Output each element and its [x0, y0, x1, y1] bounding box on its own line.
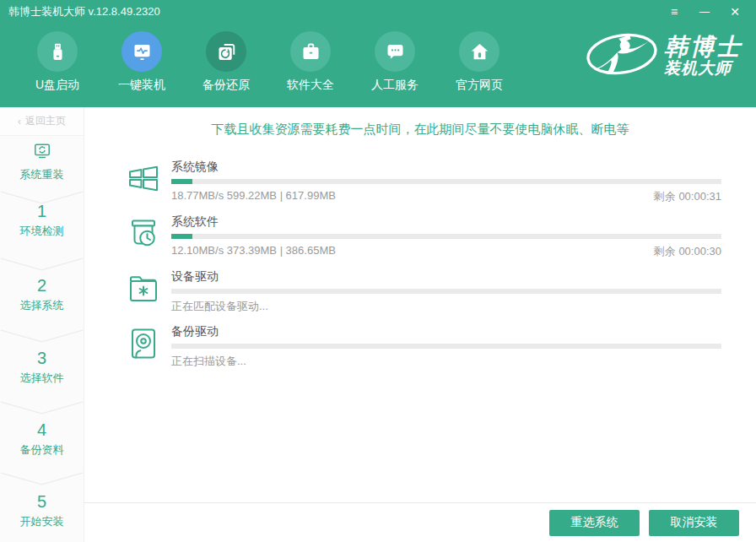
sidebar-item-system-reinstall[interactable]: 系统重装	[0, 141, 84, 182]
notice-text: 下载且收集资源需要耗费一点时间，在此期间尽量不要使电脑休眠、断电等	[84, 122, 756, 138]
task-row-backup-driver: 备份驱动 正在扫描设备...	[125, 324, 721, 369]
task-time-remaining: 剩余 00:00:30	[654, 244, 721, 259]
sidebar: ‹ 返回主页 系统重装 1 环境检测	[0, 107, 84, 542]
nav-item-label: U盘启动	[35, 78, 79, 93]
reinstall-monitor-icon	[0, 141, 84, 165]
nav-item-usb-boot[interactable]: U盘启动	[15, 24, 100, 93]
task-status: 正在扫描设备...	[171, 354, 246, 369]
task-name: 系统软件	[171, 214, 721, 230]
brand-logo-text: 韩博士 装机大师	[664, 35, 742, 78]
chat-bubble-icon	[375, 31, 415, 72]
task-row-system-image: 系统镜像 18.77MB/s 599.22MB | 617.99MB 剩余 00…	[125, 160, 721, 204]
footer-bar: 重选系统 取消安装	[84, 502, 756, 542]
backup-disk-icon	[125, 325, 162, 362]
step-number: 4	[0, 420, 84, 440]
usb-icon	[37, 31, 78, 72]
menu-icon[interactable]: ≡	[662, 3, 687, 21]
step-3-choose-software: 3 选择软件	[0, 349, 84, 386]
download-task-list: 系统镜像 18.77MB/s 599.22MB | 617.99MB 剩余 00…	[125, 160, 721, 379]
nav-item-live-support[interactable]: 人工服务	[353, 24, 437, 93]
step-label: 开始安装	[0, 514, 84, 529]
progress-bar	[171, 289, 721, 294]
task-time-remaining: 剩余 00:00:31	[654, 189, 721, 204]
app-window: 韩博士装机大师 v.12.8.49.2320 ≡ — ✕ U盘启动	[0, 0, 756, 542]
step-1-environment-check: 1 环境检测	[0, 202, 84, 239]
nav-header: U盘启动 一键装机	[0, 24, 756, 107]
chevron-left-icon: ‹	[18, 116, 21, 127]
reselect-system-button[interactable]: 重选系统	[549, 510, 640, 536]
step-5-start-install: 5 开始安装	[0, 492, 84, 529]
nav-item-label: 人工服务	[371, 78, 418, 93]
back-home-button[interactable]: ‹ 返回主页	[0, 107, 84, 136]
progress-fill	[171, 234, 192, 239]
hanboshi-logo-icon	[585, 30, 659, 82]
task-speed-size: 12.10MB/s 373.39MB | 386.65MB	[171, 244, 336, 259]
nav-item-label: 官方网页	[456, 78, 503, 93]
home-icon	[459, 31, 500, 72]
step-number: 3	[0, 349, 84, 368]
backup-restore-icon	[206, 31, 246, 72]
main-panel: 下载且收集资源需要耗费一点时间，在此期间尽量不要使电脑休眠、断电等 系统镜像	[84, 107, 756, 542]
brand-name: 韩博士	[664, 35, 742, 60]
package-clock-icon	[125, 215, 162, 252]
minimize-button[interactable]: —	[692, 3, 717, 21]
task-row-system-software: 系统软件 12.10MB/s 373.39MB | 386.65MB 剩余 00…	[125, 214, 721, 259]
brand-logo: 韩博士 装机大师	[585, 30, 742, 82]
nav-item-label: 一键装机	[118, 78, 165, 93]
step-label: 选择系统	[0, 298, 84, 313]
progress-fill	[171, 179, 192, 184]
step-label: 环境检测	[0, 224, 84, 239]
task-name: 设备驱动	[171, 269, 721, 285]
windows-logo-icon	[125, 160, 162, 198]
nav-item-backup-restore[interactable]: 备份还原	[184, 24, 268, 93]
task-row-device-driver: 设备驱动 正在匹配设备驱动...	[125, 269, 721, 314]
progress-bar	[171, 234, 721, 239]
titlebar: 韩博士装机大师 v.12.8.49.2320 ≡ — ✕	[0, 0, 756, 24]
step-number: 2	[0, 276, 84, 295]
task-status: 正在匹配设备驱动...	[171, 299, 268, 314]
window-controls: ≡ — ✕	[662, 3, 748, 21]
chevron-separator	[0, 472, 84, 485]
nav-item-software-center[interactable]: 软件大全	[268, 24, 353, 93]
task-name: 系统镜像	[171, 160, 721, 175]
progress-bar	[171, 179, 721, 184]
step-4-backup-data: 4 备份资料	[0, 420, 84, 458]
back-home-label: 返回主页	[25, 114, 66, 128]
nav-item-official-website[interactable]: 官方网页	[437, 24, 521, 93]
brand-subtitle: 装机大师	[664, 60, 742, 78]
nav-item-one-key-install[interactable]: 一键装机	[100, 24, 184, 93]
nav-item-label: 软件大全	[287, 78, 334, 93]
step-number: 5	[0, 492, 84, 512]
window-title: 韩博士装机大师 v.12.8.49.2320	[8, 4, 160, 19]
step-label: 选择软件	[0, 371, 84, 386]
briefcase-icon	[290, 31, 331, 72]
driver-folder-icon	[125, 270, 162, 307]
close-button[interactable]: ✕	[722, 3, 748, 21]
step-2-choose-system: 2 选择系统	[0, 276, 84, 313]
task-speed-size: 18.77MB/s 599.22MB | 617.99MB	[171, 189, 336, 204]
chevron-separator	[0, 401, 84, 415]
cancel-install-button[interactable]: 取消安装	[649, 510, 739, 536]
monitor-pulse-icon	[122, 31, 162, 72]
step-label: 备份资料	[0, 442, 84, 458]
sidebar-item-label: 系统重装	[0, 167, 84, 182]
progress-bar	[171, 344, 721, 349]
chevron-separator	[0, 257, 84, 271]
task-name: 备份驱动	[171, 324, 721, 339]
nav-item-label: 备份还原	[202, 78, 250, 93]
step-number: 1	[0, 202, 84, 221]
chevron-separator	[0, 329, 84, 343]
